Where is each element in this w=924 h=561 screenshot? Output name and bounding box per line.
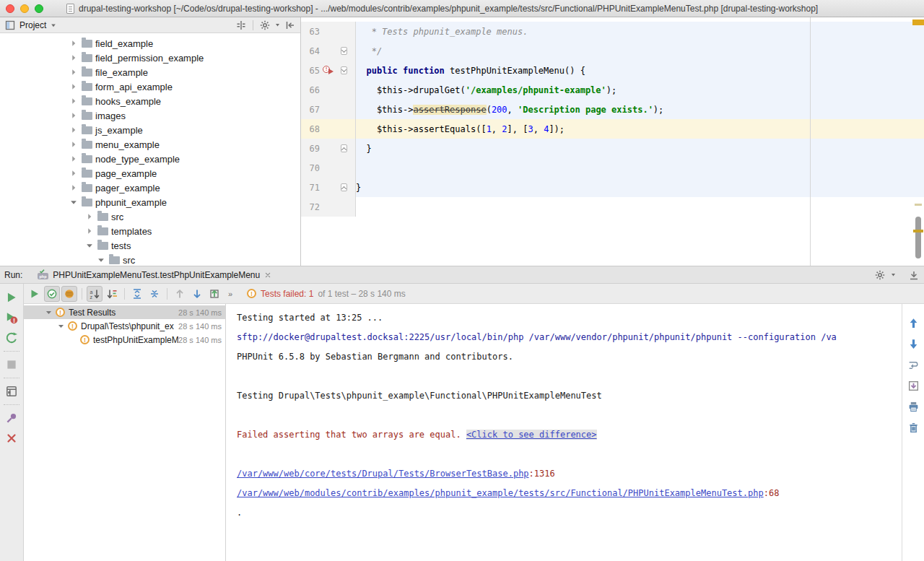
error-stripe-mark[interactable] bbox=[913, 230, 923, 232]
chevron-right-icon[interactable] bbox=[69, 53, 79, 63]
project-tree-item-file_example[interactable]: file_example bbox=[0, 65, 300, 79]
chevron-right-icon[interactable] bbox=[69, 38, 79, 48]
gear-icon[interactable] bbox=[874, 269, 886, 281]
test-tree-row[interactable]: !Drupal\Tests\phpunit_ex28 s 140 ms bbox=[24, 319, 225, 333]
console-link[interactable]: /var/www/web/core/tests/Drupal/Tests/Bro… bbox=[237, 469, 529, 479]
editor-line-72[interactable]: 72 bbox=[301, 197, 924, 217]
chevron-down-icon[interactable] bbox=[56, 321, 66, 331]
import-test-results-button[interactable] bbox=[206, 286, 222, 302]
chevron-right-icon[interactable] bbox=[69, 168, 79, 178]
project-tree-item-pager_example[interactable]: pager_example bbox=[0, 181, 300, 195]
code-fold-icon[interactable] bbox=[341, 183, 347, 191]
clear-all-icon[interactable] bbox=[907, 422, 920, 434]
scrollbar-thumb[interactable] bbox=[915, 217, 921, 258]
project-tree-item-page_example[interactable]: page_example bbox=[0, 166, 300, 181]
project-tree-item-src[interactable]: src bbox=[0, 209, 300, 224]
test-console[interactable]: Testing started at 13:25 ...sftp://docke… bbox=[226, 304, 924, 561]
minimize-window-button[interactable] bbox=[20, 4, 29, 13]
more-actions-button[interactable]: » bbox=[224, 286, 240, 302]
project-tree-item-field_example[interactable]: field_example bbox=[0, 36, 300, 51]
error-stripe-mark[interactable] bbox=[915, 204, 922, 206]
editor-scrollbar[interactable] bbox=[912, 17, 924, 266]
tree-item-label: node_type_example bbox=[95, 154, 180, 165]
editor-line-65[interactable]: 65! public function testPhpUnitExampleMe… bbox=[301, 61, 924, 80]
scroll-from-source-icon[interactable] bbox=[235, 19, 247, 31]
chevron-down-icon[interactable] bbox=[50, 22, 57, 29]
project-tree-item-phpunit_example[interactable]: phpunit_example bbox=[0, 195, 300, 209]
editor-line-70[interactable]: 70 bbox=[301, 158, 924, 178]
project-tree-item-hooks_example[interactable]: hooks_example bbox=[0, 94, 300, 108]
editor-line-64[interactable]: 64 */ bbox=[301, 41, 924, 61]
editor-line-67[interactable]: 67 $this->assertResponse(200, 'Descripti… bbox=[301, 100, 924, 119]
project-tree-item-field_permission_example[interactable]: field_permission_example bbox=[0, 51, 300, 65]
pin-tab-icon[interactable] bbox=[5, 412, 18, 425]
chevron-right-icon[interactable] bbox=[84, 226, 95, 236]
chevron-down-icon[interactable] bbox=[84, 240, 95, 251]
editor-line-69[interactable]: 69 } bbox=[301, 139, 924, 158]
scroll-down-icon[interactable] bbox=[907, 338, 920, 350]
sort-by-duration-button[interactable] bbox=[104, 286, 120, 302]
run-tab[interactable]: php PHPUnitExampleMenuTest.testPhpUnitEx… bbox=[32, 266, 276, 284]
hide-panel-icon[interactable] bbox=[908, 269, 920, 281]
restore-layout-icon[interactable] bbox=[5, 385, 18, 398]
run-label: Run: bbox=[4, 270, 22, 280]
stop-icon[interactable] bbox=[5, 358, 18, 371]
project-tree-item-form_api_example[interactable]: form_api_example bbox=[0, 79, 300, 94]
chevron-right-icon[interactable] bbox=[69, 67, 79, 77]
project-tree-item-menu_example[interactable]: menu_example bbox=[0, 137, 300, 152]
editor-line-71[interactable]: 71} bbox=[301, 178, 924, 197]
toggle-auto-test-icon[interactable] bbox=[5, 331, 18, 344]
chevron-down-icon[interactable] bbox=[69, 197, 79, 207]
chevron-right-icon[interactable] bbox=[69, 183, 79, 193]
chevron-down-icon[interactable] bbox=[96, 255, 106, 265]
chevron-right-icon[interactable] bbox=[84, 212, 95, 222]
project-tree-item-node_type_example[interactable]: node_type_example bbox=[0, 152, 300, 166]
failed-test-run-icon[interactable]: ! bbox=[323, 66, 334, 76]
project-tree-item-tests[interactable]: tests bbox=[0, 238, 300, 253]
hide-panel-icon[interactable] bbox=[284, 19, 296, 31]
project-tree-item-templates[interactable]: templates bbox=[0, 224, 300, 238]
editor-line-63[interactable]: 63 * Tests phpunit_example menus. bbox=[301, 22, 924, 41]
error-stripe-mark[interactable] bbox=[912, 19, 924, 25]
next-failed-test-button[interactable] bbox=[189, 286, 205, 302]
expand-all-button[interactable] bbox=[129, 286, 145, 302]
test-tree-row[interactable]: !Test Results28 s 140 ms bbox=[24, 305, 225, 319]
editor-line-68[interactable]: 68 $this->assertEquals([1, 2], [3, 4]); bbox=[301, 119, 924, 139]
chevron-right-icon[interactable] bbox=[69, 125, 79, 135]
show-passed-button[interactable] bbox=[44, 286, 60, 302]
project-tree-item-images[interactable]: images bbox=[0, 108, 300, 123]
zoom-window-button[interactable] bbox=[35, 4, 43, 13]
show-ignored-button[interactable] bbox=[61, 286, 77, 302]
collapse-all-button[interactable] bbox=[147, 286, 162, 302]
sort-alphabetically-button[interactable]: az bbox=[87, 286, 103, 302]
project-panel-title[interactable]: Project bbox=[19, 20, 46, 30]
chevron-right-icon[interactable] bbox=[69, 82, 79, 92]
chevron-right-icon[interactable] bbox=[69, 110, 79, 121]
chevron-right-icon[interactable] bbox=[69, 139, 79, 149]
test-tree-row[interactable]: !testPhpUnitExampleM28 s 140 ms bbox=[24, 333, 225, 347]
rerun-tests-button[interactable] bbox=[27, 286, 43, 302]
scroll-to-end-icon[interactable] bbox=[907, 380, 920, 392]
rerun-failed-tests-icon[interactable]: ! bbox=[5, 311, 18, 324]
chevron-right-icon[interactable] bbox=[69, 96, 79, 106]
code-fold-icon[interactable] bbox=[341, 144, 347, 152]
close-icon[interactable] bbox=[5, 432, 18, 445]
scroll-up-icon[interactable] bbox=[907, 317, 920, 329]
soft-wrap-icon[interactable] bbox=[907, 359, 920, 371]
print-icon[interactable] bbox=[907, 401, 920, 413]
previous-failed-test-button[interactable] bbox=[172, 286, 188, 302]
project-tree-item-js_example[interactable]: js_example bbox=[0, 123, 300, 137]
chevron-right-icon[interactable] bbox=[69, 154, 79, 164]
close-window-button[interactable] bbox=[6, 4, 14, 13]
console-link[interactable]: <Click to see difference> bbox=[466, 430, 597, 440]
code-fold-icon[interactable] bbox=[341, 47, 347, 55]
project-tree-item-src[interactable]: src bbox=[0, 253, 300, 266]
rerun-icon[interactable] bbox=[5, 291, 18, 304]
gear-icon[interactable] bbox=[259, 19, 271, 31]
console-link[interactable]: /var/www/web/modules/contrib/examples/ph… bbox=[237, 488, 764, 498]
code-fold-icon[interactable] bbox=[341, 66, 347, 74]
editor-line-66[interactable]: 66 $this->drupalGet('/examples/phpunit-e… bbox=[301, 80, 924, 100]
close-tab-icon[interactable] bbox=[263, 271, 272, 279]
code-editor[interactable]: 63 * Tests phpunit_example menus.64 */65… bbox=[301, 17, 924, 266]
chevron-down-icon[interactable] bbox=[44, 308, 53, 317]
